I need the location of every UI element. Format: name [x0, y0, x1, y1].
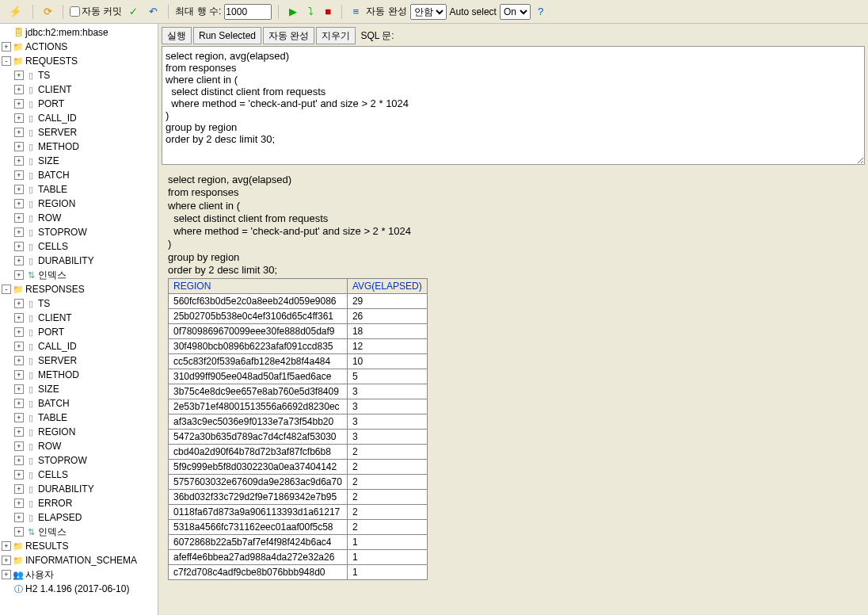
expand-icon[interactable]: +	[14, 227, 24, 237]
tree-column-method[interactable]: +▯METHOD	[13, 139, 158, 154]
expand-icon[interactable]: +	[14, 313, 24, 323]
tree-column-region[interactable]: +▯REGION	[13, 425, 158, 439]
tree-column-ts[interactable]: +▯TS	[13, 296, 158, 311]
expand-icon[interactable]: +	[14, 399, 24, 408]
run-button[interactable]: 실행	[162, 27, 192, 44]
tree-item-사용자[interactable]: +👥사용자	[0, 567, 158, 582]
expand-icon[interactable]: +	[14, 484, 24, 494]
tree-column-call_id[interactable]: +▯CALL_ID	[13, 111, 158, 125]
tree-column-call_id[interactable]: +▯CALL_ID	[13, 339, 158, 353]
expand-icon[interactable]: +	[14, 185, 24, 194]
run-selected-button-toolbar[interactable]: ⤵	[304, 3, 318, 21]
expand-icon[interactable]: -	[2, 56, 11, 66]
expand-icon[interactable]: +	[2, 541, 11, 551]
sql-textarea[interactable]	[162, 46, 865, 165]
expand-icon[interactable]: +	[14, 71, 24, 80]
maxrows-input[interactable]	[224, 4, 272, 20]
rollback-button[interactable]: ↶	[145, 3, 162, 21]
expand-icon[interactable]: +	[14, 199, 24, 208]
expand-icon[interactable]: +	[14, 170, 24, 180]
tree-index[interactable]: +⇅인덱스	[13, 525, 158, 539]
expand-icon[interactable]: +	[14, 299, 24, 308]
commit-button[interactable]: ✓	[125, 3, 142, 21]
tree-item-responses[interactable]: -📁RESPONSES	[0, 282, 158, 296]
expand-icon[interactable]: +	[14, 356, 24, 365]
expand-icon[interactable]: +	[14, 413, 24, 422]
run-button-toolbar[interactable]: ▶	[285, 3, 301, 21]
tree-column-method[interactable]: +▯METHOD	[13, 368, 158, 382]
h2-version[interactable]: ⓘH2 1.4.196 (2017-06-10)	[0, 582, 158, 596]
tree-column-client[interactable]: +▯CLIENT	[13, 311, 158, 325]
tree-column-table[interactable]: +▯TABLE	[13, 411, 158, 425]
refresh-button[interactable]: ⟳	[40, 3, 56, 21]
column-header-region[interactable]: REGION	[173, 281, 211, 292]
expand-icon[interactable]: +	[14, 498, 24, 508]
tree-column-batch[interactable]: +▯BATCH	[13, 396, 158, 411]
help-button[interactable]: ?	[534, 3, 547, 21]
tree-column-size[interactable]: +▯SIZE	[13, 382, 158, 396]
db-root[interactable]: 🗄jdbc:h2:mem:hbase	[0, 25, 158, 40]
tree-column-server[interactable]: +▯SERVER	[13, 353, 158, 368]
expand-icon[interactable]: +	[14, 456, 24, 465]
expand-icon[interactable]: +	[14, 113, 24, 123]
expand-icon[interactable]: +	[2, 570, 11, 579]
tree-column-region[interactable]: +▯REGION	[13, 197, 158, 211]
expand-icon[interactable]: +	[14, 441, 24, 451]
tree-column-row[interactable]: +▯ROW	[13, 211, 158, 225]
column-header-avg-elapsed-[interactable]: AVG(ELAPSED)	[352, 281, 422, 292]
autocomplete-select[interactable]: 안함	[410, 4, 447, 20]
expand-icon[interactable]: +	[14, 99, 24, 109]
tree-column-client[interactable]: +▯CLIENT	[13, 82, 158, 97]
tree-column-server[interactable]: +▯SERVER	[13, 125, 158, 139]
expand-icon[interactable]: +	[14, 470, 24, 479]
tree-item-results[interactable]: +📁RESULTS	[0, 539, 158, 553]
expand-icon[interactable]: +	[14, 370, 24, 380]
run-selected-button[interactable]: Run Selected	[193, 27, 261, 44]
autocommit-checkbox[interactable]	[70, 6, 80, 17]
expand-icon[interactable]: +	[14, 270, 24, 280]
tree-column-durability[interactable]: +▯DURABILITY	[13, 254, 158, 268]
disconnect-button[interactable]: ⚡	[5, 3, 26, 21]
expand-icon[interactable]: -	[2, 285, 11, 294]
clear-button[interactable]: 지우기	[316, 27, 356, 44]
expand-icon[interactable]: +	[14, 342, 24, 351]
autoselect-select[interactable]: On	[500, 4, 531, 20]
expand-icon[interactable]: +	[14, 513, 24, 522]
expand-icon[interactable]: +	[2, 42, 11, 52]
autocommit-toggle[interactable]: 자동 커밋	[70, 5, 122, 18]
tree-column-cells[interactable]: +▯CELLS	[13, 468, 158, 482]
tree-label: CELLS	[38, 241, 68, 252]
expand-icon[interactable]: +	[14, 327, 24, 337]
tree-column-cells[interactable]: +▯CELLS	[13, 239, 158, 254]
tree-column-size[interactable]: +▯SIZE	[13, 154, 158, 168]
tree-item-actions[interactable]: +📁ACTIONS	[0, 40, 158, 54]
tree-column-elapsed[interactable]: +▯ELAPSED	[13, 510, 158, 525]
tree-item-requests[interactable]: -📁REQUESTS	[0, 54, 158, 68]
expand-icon[interactable]: +	[14, 142, 24, 151]
expand-icon[interactable]: +	[14, 242, 24, 251]
tree-column-row[interactable]: +▯ROW	[13, 439, 158, 453]
tree-index[interactable]: +⇅인덱스	[13, 268, 158, 282]
expand-icon[interactable]: +	[14, 156, 24, 166]
tree-item-information_schema[interactable]: +📁INFORMATION_SCHEMA	[0, 553, 158, 567]
expand-icon[interactable]: +	[14, 213, 24, 223]
expand-icon[interactable]: +	[14, 256, 24, 265]
tree-column-error[interactable]: +▯ERROR	[13, 496, 158, 510]
tree-column-port[interactable]: +▯PORT	[13, 97, 158, 111]
tree-column-table[interactable]: +▯TABLE	[13, 182, 158, 197]
expand-icon[interactable]: +	[2, 556, 11, 565]
expand-icon[interactable]: +	[14, 527, 24, 537]
autocomplete-button[interactable]: 자동 완성	[263, 27, 314, 44]
expand-icon[interactable]: +	[14, 128, 24, 137]
expand-icon[interactable]: +	[14, 427, 24, 437]
tree-column-stoprow[interactable]: +▯STOPROW	[13, 225, 158, 239]
tree-column-port[interactable]: +▯PORT	[13, 325, 158, 339]
tree-column-stoprow[interactable]: +▯STOPROW	[13, 453, 158, 468]
tree-column-ts[interactable]: +▯TS	[13, 68, 158, 82]
history-button[interactable]: ≡	[348, 3, 363, 21]
stop-button[interactable]: ■	[321, 3, 335, 21]
tree-column-batch[interactable]: +▯BATCH	[13, 168, 158, 182]
expand-icon[interactable]: +	[14, 85, 24, 94]
expand-icon[interactable]: +	[14, 384, 24, 394]
tree-column-durability[interactable]: +▯DURABILITY	[13, 482, 158, 496]
